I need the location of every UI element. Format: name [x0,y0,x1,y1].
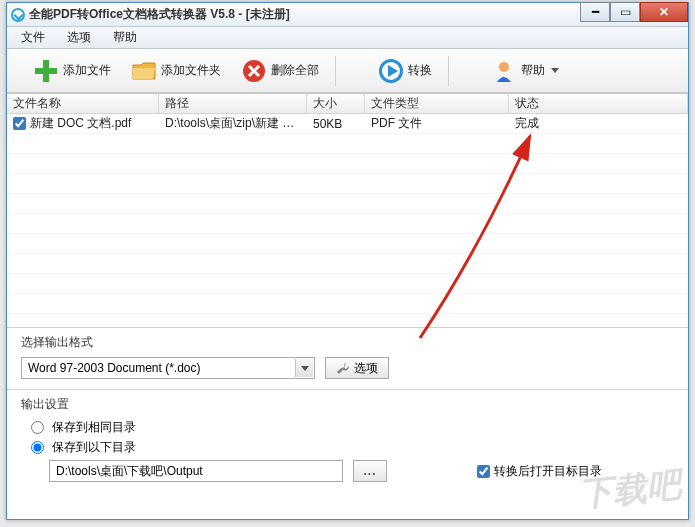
header-type[interactable]: 文件类型 [365,94,509,113]
convert-label: 转换 [408,62,432,79]
header-size[interactable]: 大小 [307,94,365,113]
output-section: 输出设置 保存到相同目录 保存到以下目录 D:\tools\桌面\下载吧\Out… [7,389,688,492]
row-checkbox[interactable] [13,117,26,130]
chevron-down-icon[interactable] [295,359,313,377]
play-icon [378,58,404,84]
toolbar-separator [335,56,336,86]
menubar: 文件 选项 帮助 [7,27,688,49]
delete-all-label: 删除全部 [271,62,319,79]
path-text: D:\tools\桌面\下载吧\Output [56,463,203,480]
add-file-label: 添加文件 [63,62,111,79]
add-folder-button[interactable]: 添加文件夹 [121,54,231,88]
options-button[interactable]: 选项 [325,357,389,379]
add-file-button[interactable]: 添加文件 [23,54,121,88]
add-folder-label: 添加文件夹 [161,62,221,79]
close-button[interactable]: ✕ [640,2,688,22]
format-section: 选择输出格式 Word 97-2003 Document (*.doc) 选项 [7,327,688,389]
save-below-dir-radio[interactable]: 保存到以下目录 [31,439,674,456]
maximize-button[interactable]: ▭ [610,2,640,22]
table-row[interactable]: 新建 DOC 文档.pdf D:\tools\桌面\zip\新建 D... 50… [7,114,688,134]
app-title: 全能PDF转Office文档格式转换器 V5.8 - [未注册] [29,6,290,23]
cell-size: 50KB [307,115,365,133]
header-path[interactable]: 路径 [159,94,307,113]
menu-file[interactable]: 文件 [11,27,55,48]
folder-icon [131,58,157,84]
format-selected: Word 97-2003 Document (*.doc) [28,361,201,375]
cell-type: PDF 文件 [365,113,509,134]
delete-icon [241,58,267,84]
header-name[interactable]: 文件名称 [7,94,159,113]
save-same-dir-radio[interactable]: 保存到相同目录 [31,419,674,436]
app-window: 全能PDF转Office文档格式转换器 V5.8 - [未注册] ━ ▭ ✕ 文… [6,2,689,520]
titlebar[interactable]: 全能PDF转Office文档格式转换器 V5.8 - [未注册] ━ ▭ ✕ [7,3,688,27]
cell-path: D:\tools\桌面\zip\新建 D... [159,113,307,134]
svg-point-5 [499,62,509,72]
open-after-checkbox[interactable] [477,465,490,478]
wrench-icon [336,361,350,375]
menu-help[interactable]: 帮助 [103,27,147,48]
help-button[interactable]: 帮助 [481,54,569,88]
app-icon [11,8,25,22]
minimize-button[interactable]: ━ [580,2,610,22]
radio-same-dir[interactable] [31,421,44,434]
options-label: 选项 [354,360,378,377]
header-status[interactable]: 状态 [509,94,688,113]
radio-below-dir[interactable] [31,441,44,454]
browse-button[interactable]: ... [353,460,387,482]
open-after-label: 转换后打开目标目录 [494,463,602,480]
convert-button[interactable]: 转换 [368,54,442,88]
table-header: 文件名称 路径 大小 文件类型 状态 [7,94,688,114]
toolbar: 添加文件 添加文件夹 删除全部 转换 帮助 [7,49,688,93]
format-combobox[interactable]: Word 97-2003 Document (*.doc) [21,357,315,379]
same-dir-label: 保存到相同目录 [52,419,136,436]
output-path-input[interactable]: D:\tools\桌面\下载吧\Output [49,460,343,482]
toolbar-separator-2 [448,56,449,86]
window-controls: ━ ▭ ✕ [580,2,688,22]
help-label: 帮助 [521,62,545,79]
cell-status: 完成 [509,113,688,134]
help-icon [491,58,517,84]
below-dir-label: 保存到以下目录 [52,439,136,456]
svg-rect-1 [35,68,57,74]
format-title: 选择输出格式 [21,334,674,351]
plus-icon [33,58,59,84]
output-title: 输出设置 [21,396,674,413]
delete-all-button[interactable]: 删除全部 [231,54,329,88]
menu-options[interactable]: 选项 [57,27,101,48]
chevron-down-icon [551,68,559,73]
cell-name: 新建 DOC 文档.pdf [30,115,131,132]
table-body: 新建 DOC 文档.pdf D:\tools\桌面\zip\新建 D... 50… [7,114,688,314]
open-target-checkbox[interactable]: 转换后打开目标目录 [477,463,602,480]
file-table: 文件名称 路径 大小 文件类型 状态 新建 DOC 文档.pdf D:\tool… [7,93,688,327]
